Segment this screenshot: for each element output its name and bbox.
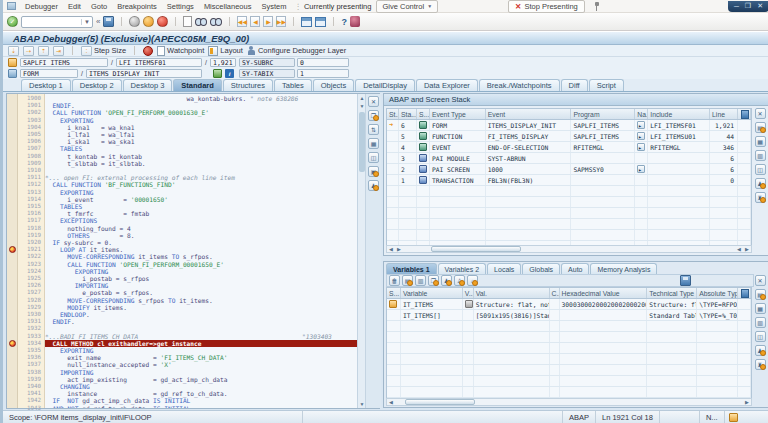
variables-column-header[interactable]: V... [463,288,474,298]
new-session-icon[interactable] [301,17,312,27]
code-line[interactable]: i_kna1 = wa_kna1 [45,124,357,131]
code-line[interactable]: ENDLOOP. [45,311,357,318]
tab-desktop-3[interactable]: Desktop 3 [123,79,173,91]
tab-auto[interactable]: Auto [561,263,589,274]
navigate-icon[interactable]: ▸ [637,121,645,129]
hscroll-right-icon[interactable]: ▶ [743,399,751,405]
delete-all-icon[interactable]: 🗑 [389,275,400,286]
breakpoint-icon[interactable] [9,340,16,347]
find-next-icon[interactable] [210,17,222,26]
tab-tables[interactable]: Tables [274,79,312,91]
code-line[interactable]: EXPORTING [45,117,357,124]
next-page-icon[interactable]: ▶ [263,16,273,27]
code-line[interactable]: wa_kontab-bukrs. " note 638286 [45,95,357,102]
code-line[interactable]: MOVE-CORRESPONDING it_items TO s_rfpos. [45,253,357,260]
code-line[interactable]: TABLES [45,145,357,152]
variables-column-header[interactable]: Variable [401,288,463,298]
current-statement-line[interactable]: CALL METHOD cl_exithandler=>get_instance [45,340,357,347]
variables-column-header[interactable]: Val. [474,288,550,298]
breakpoints-pair-icon[interactable]: ♟ [441,275,452,286]
give-control-button[interactable]: Give Control ▼ [376,0,438,13]
variables-column-header[interactable]: S... [387,288,401,298]
change-value-icon[interactable] [465,300,473,308]
previous-page-icon[interactable]: ◀ [250,16,260,27]
tab-structures[interactable]: Structures [223,79,273,91]
variable-cell[interactable] [474,354,550,364]
menu-edit[interactable]: Edit [63,2,86,11]
help-icon[interactable]: ? [341,17,347,27]
code-line[interactable]: EXPORTING [45,189,357,196]
tab-detaildisplay[interactable]: DetailDisplay [355,79,415,91]
code-line[interactable]: CALL FUNCTION 'BF_FUNCTIONS_FIND' [45,181,357,188]
hscroll-thumb[interactable] [431,246,521,252]
tab-globals[interactable]: Globals [522,263,560,274]
variable-cell[interactable] [474,321,550,331]
variable-row[interactable] [387,332,751,343]
user-icon[interactable]: ♜ [755,359,766,370]
stack-row[interactable] [387,230,751,241]
stack-row[interactable] [387,208,751,219]
code-line[interactable]: nothing_found = 4 [45,225,357,232]
code-line[interactable]: EXPORTING [45,268,357,275]
find-icon[interactable] [195,17,207,26]
first-page-icon[interactable]: ◀◀ [237,16,247,27]
sy-tabix-value[interactable]: 1 [297,69,349,78]
back-icon[interactable] [129,16,140,27]
code-line[interactable]: null_instance_accepted = 'X' [45,361,357,368]
hscroll-left2-icon[interactable]: ▶ [395,246,403,252]
code-line[interactable]: i_lfa1 = wa_lfa1 [45,131,357,138]
variable-row[interactable] [387,321,751,332]
code-line[interactable]: i_postab = s_rfpos [45,275,357,282]
code-line[interactable]: ENDIF. [45,102,357,109]
display-list-icon[interactable] [213,69,222,78]
table-view-icon[interactable]: ▦ [368,138,379,149]
variable-row[interactable]: IT_ITEMSStructure: flat, not cha..300030… [387,299,751,310]
code-line[interactable]: t_fmrfc = fmtab [45,210,357,217]
variable-cell[interactable] [401,343,463,353]
code-line[interactable]: i_event = '00001650' [45,196,357,203]
tab-variables-2[interactable]: Variables 2 [438,263,487,274]
last-page-icon[interactable]: ▶▶ [276,16,286,27]
variable-cell[interactable] [401,321,463,331]
watchpoint-button[interactable]: Watchpoint [157,46,204,56]
variables-column-header[interactable]: Absolute Type [697,288,738,298]
stack-column-header[interactable]: St... [387,109,399,119]
navigate-icon[interactable]: ▸ [637,132,645,140]
stack-column-header[interactable]: Include [648,109,710,119]
change-variable-icon[interactable]: ▥ [415,275,426,286]
step-size-button[interactable]: ⁚ Step Size [81,46,126,56]
variable-row[interactable] [387,343,751,354]
code-line[interactable]: e_postab = s_rfpos. [45,289,357,296]
variable-cell[interactable]: IT_ITEMS [401,299,463,309]
stack-column-header[interactable]: Event Type [430,109,486,119]
continue-icon[interactable]: ⇥ [53,46,64,56]
stack-row[interactable]: 4EVENTEND-OF-SELECTIONRFITEMGL▸RFITEMGL3… [387,142,751,153]
variable-cell[interactable] [401,332,463,342]
menu-goto[interactable]: Goto [86,2,112,11]
code-line[interactable]: exit_name = 'FI_ITEMS_CH_DATA' [45,354,357,361]
code-line[interactable]: IF sy-subrc = 0. [45,239,357,246]
code-line[interactable]: CHANGING [45,383,357,390]
code-line[interactable]: ENDIF. [45,318,357,325]
close-button[interactable]: ✕ [757,2,763,10]
stack-row[interactable] [387,186,751,197]
watch-variable-icon[interactable]: ♙ [454,275,465,286]
code-line[interactable]: OTHERS = 8. [45,232,357,239]
variable-row[interactable] [387,376,751,387]
code-line[interactable]: *... open FI: external processing of eac… [45,174,357,181]
app-icon[interactable] [7,2,16,10]
sort-icon[interactable]: ▦ [755,303,766,314]
exit-icon[interactable] [143,16,154,27]
stack-row[interactable]: 2PAI SCREEN1000SAPMSSY0▸6 [387,164,751,175]
step-return-icon[interactable]: ⇡ [38,46,49,56]
menu-debugger[interactable]: Debugger [20,2,63,11]
pin-icon[interactable] [593,2,600,11]
split-view-icon[interactable]: ◫ [368,152,379,163]
filter-icon[interactable]: ▥ [755,150,766,161]
code-line[interactable]: MODIFY it_items. [45,304,357,311]
swap-view-icon[interactable]: ⇅ [368,124,379,135]
close-panel-icon[interactable]: ✕ [755,108,766,119]
code-line[interactable] [45,325,357,332]
stack-row[interactable]: 5FUNCTIONFI_ITEMS_DISPLAYSAPLFI_ITEMS▸LF… [387,131,751,142]
tab-variables-1[interactable]: Variables 1 [386,263,437,274]
